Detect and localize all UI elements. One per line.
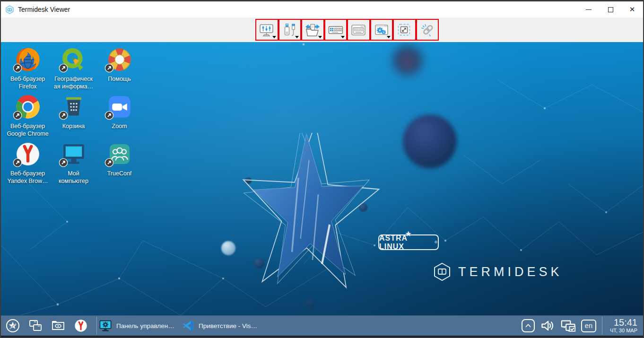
file-manager-icon [51,318,66,333]
maximize-button[interactable] [600,1,621,17]
desktop-icon-trash[interactable]: Корзина [51,91,96,139]
termidesk-viewer-window: Termidesk Viewer ✕ 1 [0,0,644,338]
vscode-icon [182,320,194,332]
keyboard-layout-indicator[interactable]: en [581,320,596,332]
termidesk-wallpaper-logo: TERMIDESK [433,262,563,281]
desktop-icon-label: Мойкомпьютер [59,170,88,185]
astra-start-icon [5,318,20,333]
dropdown-arrow-icon [318,36,322,38]
desktop-icon-zoom[interactable]: Zoom [96,91,142,139]
desktop-icon-label: Географическая информа… [54,75,93,91]
desktop-icon-yandex[interactable]: Веб-браузерYandex Brow… [5,139,51,186]
shortcut-arrow-icon [104,63,114,75]
shortcut-arrow-icon [13,158,22,169]
app-identity: Termidesk Viewer [1,5,70,14]
desktop-icon-trueconf[interactable]: TrueConf [96,139,142,186]
system-tray: en 15:41 ЧТ, 30 МАР [522,316,643,336]
desktop-icon-label: Помощь [108,75,131,83]
wallpaper-sphere [305,299,314,308]
astra-start-button[interactable] [5,318,21,334]
desktop-icon-label: Zoom [112,122,127,130]
desktop-icon-my-computer[interactable]: Мойкомпьютер [51,139,96,186]
toolbar-button-fullscreen[interactable]: 7 [393,19,416,41]
task-control-panel[interactable]: Панель управлен… [99,316,174,336]
termidesk-logo-text: TERMIDESK [458,265,563,279]
wallpaper-sphere-large [403,114,457,168]
network-displays-icon [560,318,576,333]
toolbar-button-file-transfer[interactable]: 3 [301,19,324,41]
keyboard-shortcuts-icon [328,22,344,37]
shortcut-arrow-icon [13,63,22,75]
taskbar-launchers [1,317,98,335]
connection-link-icon [419,22,435,37]
clock-time: 15:41 [614,318,637,328]
minimize-icon [586,9,592,10]
volume-button[interactable] [540,318,556,334]
astra-star-graphic [233,133,389,298]
window-controls: ✕ [578,1,643,17]
yandex-browser-launcher[interactable] [73,318,89,334]
file-manager-button[interactable] [50,318,66,334]
desktop-icon-label: Веб-браузерGoogle Chrome [7,122,48,138]
tray-separator [602,317,602,335]
clock[interactable]: 15:41 ЧТ, 30 МАР [608,318,639,334]
window-list-button[interactable] [27,318,44,334]
toolbar-button-display-settings[interactable]: 1 [255,19,278,41]
termidesk-hexagon-icon [5,5,14,14]
file-transfer-icon [305,22,321,37]
task-label: Приветствие - Vis… [199,322,257,329]
wallpaper-sphere [392,45,423,75]
window-title: Termidesk Viewer [18,6,70,13]
tray-expand-button[interactable] [522,319,535,332]
shortcut-arrow-icon [59,158,68,169]
volume-icon [540,319,555,333]
fullscreen-icon [396,22,412,37]
session-settings-icon [374,22,390,37]
shortcut-arrow-icon [104,111,114,122]
close-button[interactable]: ✕ [621,1,643,17]
desktop-icon-chrome[interactable]: Веб-браузерGoogle Chrome [5,91,51,139]
desktop-icon-label: Веб-браузерFirefox [10,75,45,91]
toolbar-button-connection-link[interactable]: 8 [416,19,439,41]
desktop-icon-label: Корзина [62,122,85,130]
desktop-icon-label: Веб-браузерYandex Brow… [8,170,48,185]
toolbar-button-keyboard-shortcuts[interactable]: 4 [324,19,348,41]
desktop-icon-grid: Веб-браузерFirefox Географичес [5,44,142,186]
onscreen-keyboard-icon [350,22,366,37]
dropdown-arrow-icon [387,36,391,38]
control-panel-icon [99,319,112,332]
shortcut-arrow-icon [59,63,68,75]
termidesk-hexagon-logo-icon [433,262,452,281]
usb-redirect-icon [282,22,298,37]
taskbar: Панель управлен… Приветствие - Vis… [1,315,643,337]
task-vscode[interactable]: Приветствие - Vis… [182,316,257,336]
astra-star-icon: ★ [406,231,412,237]
desktop-icon-firefox[interactable]: Веб-браузерFirefox [5,44,51,91]
astra-linux-badge: ★ ASTRA LINUX® [378,234,439,250]
shortcut-arrow-icon [104,158,114,169]
toolbar-button-onscreen-keyboard[interactable]: 5 [347,19,370,41]
desktop-icon-help[interactable]: Помощь [96,44,142,91]
viewer-toolbar: 1 2 [1,17,643,42]
dropdown-arrow-icon [272,36,276,38]
shortcut-arrow-icon [13,111,22,122]
shortcut-arrow-icon [59,111,68,122]
toolbar-button-session-settings[interactable]: 6 [370,19,393,41]
taskbar-separator [96,317,97,335]
network-button[interactable] [560,318,576,334]
window-list-icon [28,318,43,333]
yandex-browser-icon [74,319,88,333]
dropdown-arrow-icon [295,36,299,38]
desktop-icon-qgis[interactable]: Географическая информа… [51,44,96,91]
toolbar-button-usb-redirect[interactable]: 2 [278,19,302,41]
display-settings-icon [259,22,275,37]
minimize-button[interactable] [578,1,600,17]
maximize-icon [608,7,613,12]
dropdown-arrow-icon [341,36,345,38]
titlebar: Termidesk Viewer ✕ [1,1,643,17]
astra-badge-registered: ® [435,240,438,244]
desktop-icon-label: TrueConf [107,170,132,177]
remote-desktop[interactable]: ★ ASTRA LINUX® TERMIDESK [1,42,643,315]
clock-date: ЧТ, 30 МАР [610,328,637,334]
toolbar-button-group: 1 2 [255,19,439,41]
